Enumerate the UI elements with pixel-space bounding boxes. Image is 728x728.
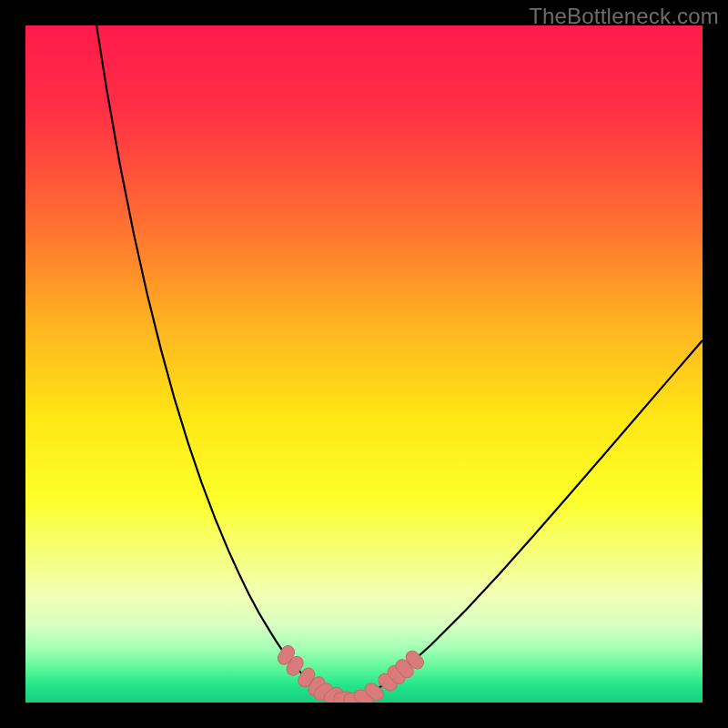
outer-frame: TheBottleneck.com	[0, 0, 728, 728]
gradient-bg	[25, 25, 703, 703]
plot-area	[25, 25, 703, 703]
watermark-text: TheBottleneck.com	[529, 4, 719, 29]
chart-svg	[25, 25, 703, 703]
